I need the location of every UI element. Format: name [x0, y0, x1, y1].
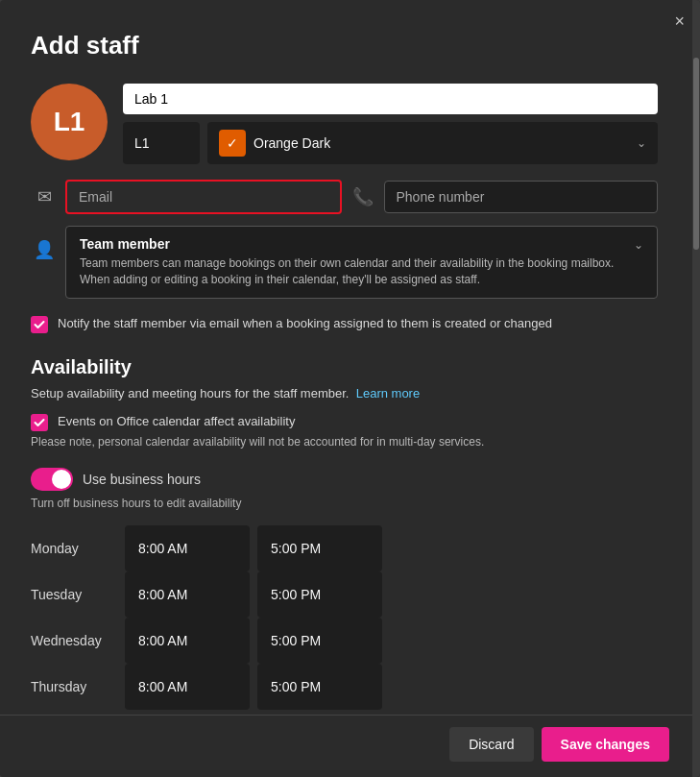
turn-off-note: Turn off business hours to edit availabi…	[31, 497, 658, 510]
phone-icon: 📞	[350, 186, 376, 207]
scrollbar-thumb	[693, 58, 699, 250]
business-hours-toggle[interactable]	[31, 468, 73, 491]
table-row: Tuesday 8:00 AM 5:00 PM	[31, 571, 382, 618]
color-select-dropdown[interactable]: ✓ Orange Dark ⌄	[207, 122, 658, 164]
role-chevron-icon: ⌄	[634, 238, 643, 252]
day-label: Thursday	[31, 664, 117, 710]
save-button[interactable]: Save changes	[542, 727, 669, 762]
modal-footer: Discard Save changes	[0, 715, 700, 777]
office-check-icon	[34, 417, 45, 428]
end-time[interactable]: 5:00 PM	[257, 525, 382, 571]
table-row: Thursday 8:00 AM 5:00 PM	[31, 664, 382, 710]
person-icon: 👤	[31, 239, 58, 260]
office-row: Events on Office calendar affect availab…	[31, 412, 658, 431]
notify-row: Notify the staff member via email when a…	[31, 314, 658, 333]
office-checkbox[interactable]	[31, 414, 48, 431]
availability-subtitle: Setup availability and meeting hours for…	[31, 386, 658, 401]
table-row: Wednesday 8:00 AM 5:00 PM	[31, 618, 382, 664]
scrollbar[interactable]	[692, 0, 700, 777]
email-icon: ✉	[31, 186, 58, 207]
table-row: Monday 8:00 AM 5:00 PM	[31, 525, 382, 571]
phone-input[interactable]	[384, 181, 659, 213]
color-label: Orange Dark	[253, 135, 330, 151]
chevron-down-icon: ⌄	[637, 136, 646, 150]
end-time[interactable]: 5:00 PM	[257, 664, 382, 710]
notify-checkbox[interactable]	[31, 316, 48, 333]
avatar: L1	[31, 84, 108, 160]
discard-button[interactable]: Discard	[449, 727, 533, 762]
initials-input[interactable]	[123, 122, 200, 164]
office-label: Events on Office calendar affect availab…	[58, 412, 295, 431]
add-staff-modal: × Add staff L1 ✓ Orange Dark ⌄	[0, 0, 700, 777]
role-content: Team member Team members can manage book…	[80, 236, 622, 288]
start-time[interactable]: 8:00 AM	[125, 525, 250, 571]
end-time[interactable]: 5:00 PM	[257, 618, 382, 664]
learn-more-link[interactable]: Learn more	[356, 386, 420, 401]
role-dropdown[interactable]: Team member Team members can manage book…	[65, 226, 658, 299]
day-label: Tuesday	[31, 571, 117, 618]
start-time[interactable]: 8:00 AM	[125, 664, 250, 710]
email-row: ✉ 📞	[31, 180, 658, 214]
check-icon	[34, 319, 45, 330]
color-row: ✓ Orange Dark ⌄	[123, 122, 658, 164]
role-row: 👤 Team member Team members can manage bo…	[31, 226, 658, 299]
availability-section: Availability Setup availability and meet…	[31, 356, 658, 710]
toggle-row: Use business hours	[31, 468, 658, 491]
color-check-icon: ✓	[219, 130, 246, 157]
email-input[interactable]	[65, 180, 342, 214]
toggle-label: Use business hours	[83, 472, 201, 487]
start-time[interactable]: 8:00 AM	[125, 571, 250, 618]
modal-title: Add staff	[31, 31, 658, 61]
start-time[interactable]: 8:00 AM	[125, 618, 250, 664]
role-description: Team members can manage bookings on thei…	[80, 255, 622, 288]
modal-body: Add staff L1 ✓ Orange Dark ⌄	[0, 0, 700, 715]
availability-subtitle-text: Setup availability and meeting hours for…	[31, 386, 349, 401]
schedule-table: Monday 8:00 AM 5:00 PM Tuesday 8:00 AM 5…	[31, 525, 382, 710]
close-button[interactable]: ×	[674, 12, 685, 32]
office-note: Please note, personal calendar availabil…	[31, 435, 658, 449]
toggle-knob	[52, 470, 71, 489]
avatar-section: L1 ✓ Orange Dark ⌄	[31, 84, 658, 164]
name-input[interactable]	[123, 84, 658, 114]
day-label: Monday	[31, 525, 117, 571]
day-label: Wednesday	[31, 618, 117, 664]
color-select-inner: ✓ Orange Dark	[219, 130, 637, 157]
end-time[interactable]: 5:00 PM	[257, 571, 382, 618]
avatar-inputs: ✓ Orange Dark ⌄	[123, 84, 658, 164]
notify-text: Notify the staff member via email when a…	[58, 314, 552, 333]
availability-title: Availability	[31, 356, 658, 378]
role-title: Team member	[80, 236, 622, 252]
